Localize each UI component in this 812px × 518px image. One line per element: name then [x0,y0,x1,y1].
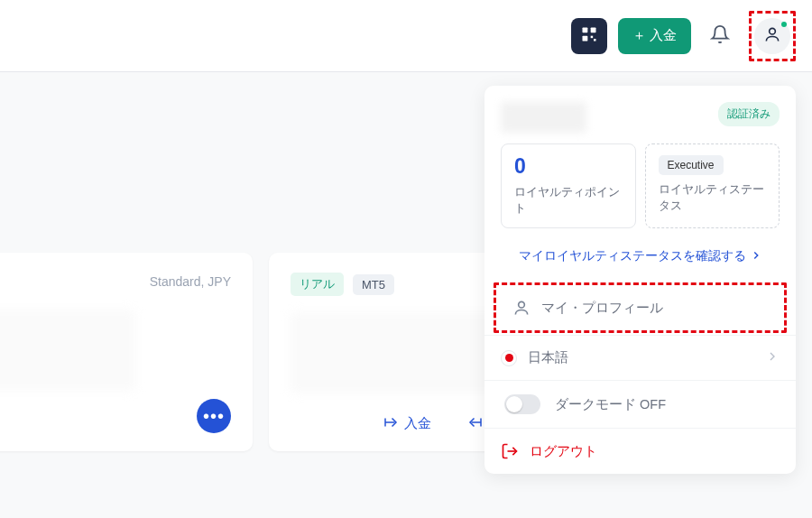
dark-mode-label: ダークモード OFF [555,396,666,413]
redacted-balance [0,310,135,391]
verified-badge: 認証済み [718,102,780,126]
deposit-action[interactable]: 入金 [383,414,431,433]
profile-dropdown: 認証済み 0 ロイヤルティポイント Executive ロイヤルティステータス … [484,86,796,474]
svg-rect-1 [591,27,596,32]
status-pill: Executive [659,155,724,175]
qr-icon [580,25,598,47]
top-header: ＋ 入金 [0,0,812,72]
loyalty-status-box: Executive ロイヤルティステータス [645,143,780,228]
check-loyalty-label: マイロイヤルティステータスを確認する [519,248,746,264]
my-profile-label: マイ・プロフィール [541,300,663,317]
points-value: 0 [514,155,623,178]
status-dot [781,22,787,27]
check-loyalty-link[interactable]: マイロイヤルティステータスを確認する [484,239,796,277]
svg-rect-2 [583,35,588,41]
redacted-balance [291,312,512,393]
loyalty-points-box: 0 ロイヤルティポイント [501,143,636,228]
withdraw-icon [467,414,484,433]
deposit-icon [383,414,399,433]
deposit-label: 入金 [404,415,431,432]
dark-mode-item[interactable]: ダークモード OFF [484,380,796,428]
redacted-username [501,102,586,133]
svg-rect-4 [594,39,596,42]
logout-label: ログアウト [530,443,597,460]
chevron-right-icon [750,249,762,264]
account-card: MT4 Standard, JPY ••• [0,253,253,451]
account-type-label: Standard, JPY [150,274,231,289]
logout-item[interactable]: ログアウト [484,428,796,474]
bell-icon [710,24,730,48]
my-profile-item[interactable]: マイ・プロフィール [496,285,784,330]
language-item[interactable]: 日本語 [484,335,796,380]
deposit-label: 入金 [650,27,677,44]
jp-flag-icon [501,350,517,366]
person-icon [763,25,781,47]
more-button[interactable]: ••• [197,399,231,433]
chevron-right-icon [765,349,780,366]
points-label: ロイヤルティポイント [514,185,623,217]
logout-icon [501,442,519,460]
svg-point-5 [770,28,776,34]
svg-point-6 [519,302,525,309]
status-label: ロイヤルティステータス [659,182,767,214]
profile-button[interactable] [754,18,790,54]
more-icon: ••• [203,406,225,427]
platform-tag: MT5 [353,274,394,295]
real-tag: リアル [291,273,344,296]
svg-rect-0 [583,27,588,32]
person-icon [512,299,531,317]
deposit-button[interactable]: ＋ 入金 [618,18,691,54]
qr-button[interactable] [571,18,607,54]
language-label: 日本語 [528,349,568,366]
dark-mode-toggle[interactable] [504,394,540,414]
notifications-button[interactable] [702,18,738,54]
plus-icon: ＋ [632,27,646,44]
svg-rect-3 [591,35,594,38]
my-profile-highlight: マイ・プロフィール [494,282,787,333]
profile-button-highlight [749,11,796,61]
